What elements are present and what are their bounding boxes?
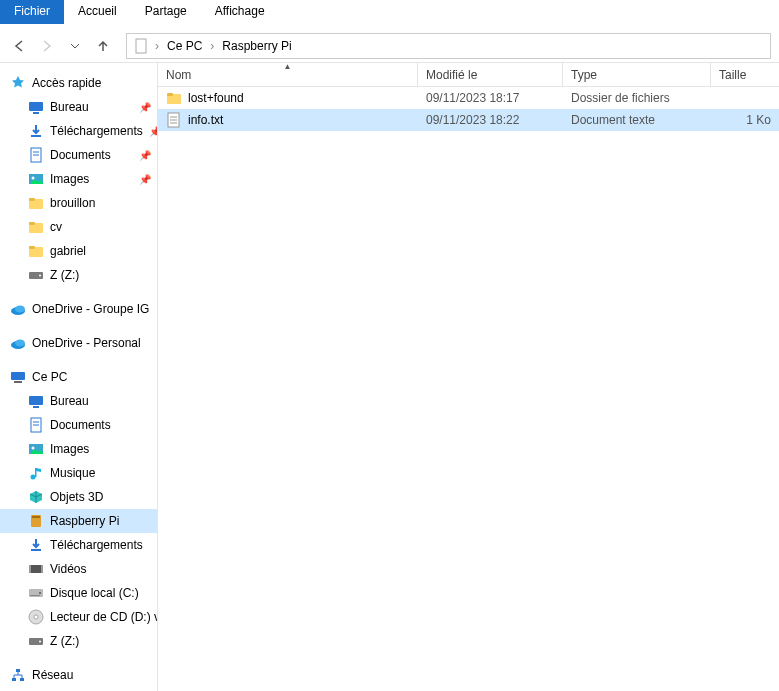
pin-icon: 📌 bbox=[139, 150, 151, 161]
back-button[interactable] bbox=[8, 35, 30, 57]
pin-icon: 📌 bbox=[139, 102, 151, 113]
cell-type: Document texte bbox=[563, 113, 711, 127]
sidebar-item[interactable]: Documents bbox=[0, 413, 157, 437]
sidebar-item-label: Objets 3D bbox=[50, 490, 103, 504]
document-icon bbox=[28, 147, 44, 163]
download-icon bbox=[28, 123, 44, 139]
menu-item[interactable]: Accueil bbox=[64, 0, 131, 24]
column-header-type[interactable]: Type bbox=[563, 63, 711, 86]
sidebar-item-label: Vidéos bbox=[50, 562, 86, 576]
sidebar-item-label: Z (Z:) bbox=[50, 634, 79, 648]
sidebar-item[interactable]: Z (Z:) bbox=[0, 629, 157, 653]
sidebar-item[interactable]: Vidéos bbox=[0, 557, 157, 581]
sidebar-network[interactable]: Réseau bbox=[0, 663, 157, 687]
file-icon bbox=[133, 38, 149, 54]
music-icon bbox=[28, 465, 44, 481]
sidebar-item[interactable]: Z (Z:) bbox=[0, 263, 157, 287]
cell-date: 09/11/2023 18:17 bbox=[418, 91, 563, 105]
desktop-icon bbox=[28, 99, 44, 115]
sidebar-item[interactable]: Bureau bbox=[0, 389, 157, 413]
menu-item[interactable]: Affichage bbox=[201, 0, 279, 24]
sidebar-item-label: Accès rapide bbox=[32, 76, 101, 90]
cell-name: lost+found bbox=[158, 90, 418, 106]
sidebar-item[interactable]: Téléchargements bbox=[0, 533, 157, 557]
sidebar-item[interactable]: Musique bbox=[0, 461, 157, 485]
file-row[interactable]: lost+found09/11/2023 18:17Dossier de fic… bbox=[158, 87, 779, 109]
folder-icon bbox=[28, 243, 44, 259]
sidebar-item[interactable]: Images📌 bbox=[0, 167, 157, 191]
sidebar-item-label: Musique bbox=[50, 466, 95, 480]
sidebar-item[interactable]: Téléchargements📌 bbox=[0, 119, 157, 143]
column-header-size[interactable]: Taille bbox=[711, 63, 779, 86]
sidebar-item-label: cv bbox=[50, 220, 62, 234]
breadcrumb-segment[interactable]: Raspberry Pi bbox=[220, 39, 293, 53]
download-icon bbox=[28, 537, 44, 553]
column-header-label: Nom bbox=[166, 68, 191, 82]
sidebar-item[interactable]: Documents📌 bbox=[0, 143, 157, 167]
sidebar: Accès rapide Bureau📌Téléchargements📌Docu… bbox=[0, 63, 158, 691]
sidebar-item-label: Ce PC bbox=[32, 370, 67, 384]
drive-icon bbox=[28, 267, 44, 283]
cell-date: 09/11/2023 18:22 bbox=[418, 113, 563, 127]
menu-item[interactable]: Fichier bbox=[0, 0, 64, 24]
desktop-icon bbox=[28, 393, 44, 409]
file-row[interactable]: info.txt09/11/2023 18:22Document texte1 … bbox=[158, 109, 779, 131]
cell-type: Dossier de fichiers bbox=[563, 91, 711, 105]
pin-icon: 📌 bbox=[149, 126, 157, 137]
picture-icon bbox=[28, 441, 44, 457]
file-name-label: info.txt bbox=[188, 113, 223, 127]
sidebar-item[interactable]: Disque local (C:) bbox=[0, 581, 157, 605]
pc-icon bbox=[10, 369, 26, 385]
sidebar-quick-access[interactable]: Accès rapide bbox=[0, 71, 157, 95]
document-icon bbox=[28, 417, 44, 433]
sidebar-item-label: Téléchargements bbox=[50, 538, 143, 552]
sidebar-this-pc[interactable]: Ce PC bbox=[0, 365, 157, 389]
objects3d-icon bbox=[28, 489, 44, 505]
sidebar-item-label: Images bbox=[50, 172, 89, 186]
file-rows: lost+found09/11/2023 18:17Dossier de fic… bbox=[158, 87, 779, 131]
sidebar-item[interactable]: Objets 3D bbox=[0, 485, 157, 509]
column-headers: Nom ▲ Modifié le Type Taille bbox=[158, 63, 779, 87]
network-icon bbox=[10, 667, 26, 683]
sidebar-item-label: Disque local (C:) bbox=[50, 586, 139, 600]
menu-item[interactable]: Partage bbox=[131, 0, 201, 24]
column-header-date[interactable]: Modifié le bbox=[418, 63, 563, 86]
sidebar-item[interactable]: Raspberry Pi bbox=[0, 509, 157, 533]
folder-icon bbox=[28, 219, 44, 235]
sidebar-item[interactable]: brouillon bbox=[0, 191, 157, 215]
sidebar-item[interactable]: Bureau📌 bbox=[0, 95, 157, 119]
cd-icon bbox=[28, 609, 44, 625]
forward-button[interactable] bbox=[36, 35, 58, 57]
column-header-label: Taille bbox=[719, 68, 746, 82]
sidebar-item[interactable]: gabriel bbox=[0, 239, 157, 263]
pin-icon: 📌 bbox=[139, 174, 151, 185]
sidebar-item[interactable]: cv bbox=[0, 215, 157, 239]
column-header-name[interactable]: Nom ▲ bbox=[158, 63, 418, 86]
drive-icon bbox=[28, 633, 44, 649]
sidebar-item-label: Réseau bbox=[32, 668, 73, 682]
txt-icon bbox=[166, 112, 182, 128]
file-list-content: Nom ▲ Modifié le Type Taille lost+found0… bbox=[158, 63, 779, 691]
breadcrumb-segment[interactable]: Ce PC bbox=[165, 39, 204, 53]
star-icon bbox=[10, 75, 26, 91]
sidebar-item-label: Téléchargements bbox=[50, 124, 143, 138]
picture-icon bbox=[28, 171, 44, 187]
sidebar-item-label: OneDrive - Personal bbox=[32, 336, 141, 350]
hdd-icon bbox=[28, 585, 44, 601]
sidebar-item-label: Lecteur de CD (D:) v bbox=[50, 610, 157, 624]
recent-dropdown-icon[interactable] bbox=[64, 35, 86, 57]
onedrive-icon bbox=[10, 301, 26, 317]
onedrive-icon bbox=[10, 335, 26, 351]
folder-icon bbox=[28, 195, 44, 211]
sidebar-item[interactable]: Images bbox=[0, 437, 157, 461]
sidebar-item[interactable]: Lecteur de CD (D:) v bbox=[0, 605, 157, 629]
sidebar-onedrive-personal[interactable]: OneDrive - Personal bbox=[0, 331, 157, 355]
up-button[interactable] bbox=[92, 35, 114, 57]
menu-bar: FichierAccueilPartageAffichage bbox=[0, 0, 779, 24]
sidebar-onedrive-group[interactable]: OneDrive - Groupe IG bbox=[0, 297, 157, 321]
sidebar-item-label: Images bbox=[50, 442, 89, 456]
sort-ascending-icon: ▲ bbox=[284, 62, 292, 71]
address-bar[interactable]: › Ce PC › Raspberry Pi bbox=[126, 33, 771, 59]
sidebar-item-label: Documents bbox=[50, 418, 111, 432]
sidebar-item-label: Bureau bbox=[50, 394, 89, 408]
